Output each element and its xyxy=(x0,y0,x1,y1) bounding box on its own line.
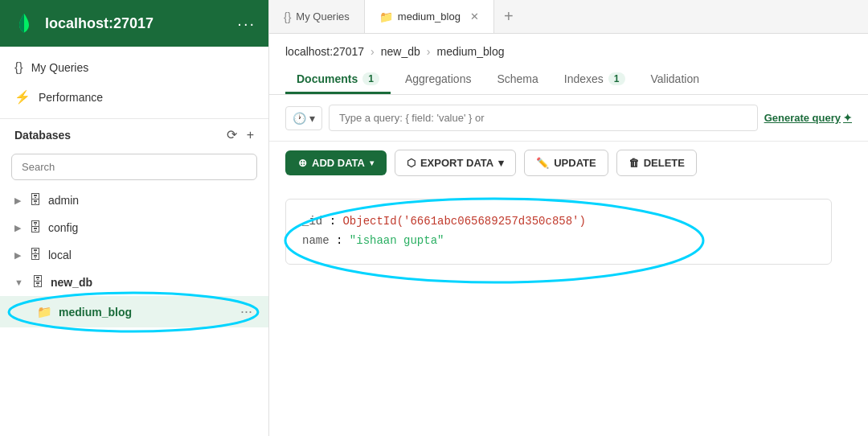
db-name-new-db: new_db xyxy=(51,276,92,289)
databases-label: Databases xyxy=(14,129,227,142)
folder-icon: 📁 xyxy=(37,305,52,319)
export-icon: ⬡ xyxy=(407,157,416,169)
tab-my-queries[interactable]: {} My Queries xyxy=(269,0,365,33)
main-content: {} My Queries 📁 medium_blog ✕ + localhos… xyxy=(269,0,868,436)
content-tab-indexes[interactable]: Indexes 1 xyxy=(553,66,637,94)
content-tab-aggregations[interactable]: Aggregations xyxy=(394,66,483,94)
chevron-down-icon: ▼ xyxy=(14,278,23,287)
db-item-local[interactable]: ▶ 🗄 local xyxy=(0,241,268,269)
collection-wrapper: 📁 medium_blog ··· xyxy=(0,296,268,327)
queries-icon: {} xyxy=(14,60,23,75)
sidebar-item-performance-label: Performance xyxy=(39,91,103,104)
add-database-button[interactable]: + xyxy=(247,128,254,142)
delete-button[interactable]: 🗑 DELETE xyxy=(616,150,697,176)
sidebar: localhost:27017 ··· {} My Queries ⚡ Perf… xyxy=(0,0,269,436)
db-icon: 🗄 xyxy=(31,275,44,290)
action-bar: ⊕ ADD DATA ▾ ⬡ EXPORT DATA ▾ ✏️ UPDATE 🗑… xyxy=(269,142,868,186)
content-tab-schema[interactable]: Schema xyxy=(485,66,549,94)
name-colon: : xyxy=(336,234,350,247)
pencil-icon: ✏️ xyxy=(536,157,549,169)
collection-menu-button[interactable]: ··· xyxy=(239,303,254,320)
breadcrumb-sep-1: › xyxy=(371,45,375,58)
db-item-admin[interactable]: ▶ 🗄 admin xyxy=(0,187,268,214)
tab-medium-blog-label: medium_blog xyxy=(398,10,461,23)
content-tab-documents[interactable]: Documents 1 xyxy=(285,66,391,94)
breadcrumb-collection: medium_blog xyxy=(436,45,504,58)
db-item-new-db[interactable]: ▼ 🗄 new_db xyxy=(0,269,268,296)
db-item-config[interactable]: ▶ 🗄 config xyxy=(0,214,268,241)
document-card: _id : ObjectId('6661abc065689257d350c858… xyxy=(285,199,832,265)
document-name-row: name : "ishaan gupta" xyxy=(302,232,815,251)
breadcrumb-host: localhost:27017 xyxy=(285,45,364,58)
db-name-local: local xyxy=(48,249,72,261)
name-key: name xyxy=(302,234,330,247)
mongo-leaf-icon xyxy=(13,12,35,35)
sidebar-nav: {} My Queries ⚡ Performance xyxy=(0,47,268,119)
collection-name: medium_blog xyxy=(59,306,232,319)
breadcrumb: localhost:27017 › new_db › medium_blog xyxy=(269,34,868,66)
collection-item-medium-blog[interactable]: 📁 medium_blog ··· xyxy=(0,296,268,327)
performance-icon: ⚡ xyxy=(14,89,31,105)
chevron-right-icon: ▶ xyxy=(14,250,21,261)
document-id-row: _id : ObjectId('6661abc065689257d350c858… xyxy=(302,212,815,232)
generate-query-link[interactable]: Generate query ✦ xyxy=(764,112,852,124)
plus-icon: ⊕ xyxy=(298,157,307,169)
section-actions: ⟳ + xyxy=(227,127,254,142)
delete-label: DELETE xyxy=(644,157,685,169)
generate-query-label: Generate query xyxy=(764,112,841,124)
sidebar-item-my-queries[interactable]: {} My Queries xyxy=(0,53,268,82)
add-data-button[interactable]: ⊕ ADD DATA ▾ xyxy=(285,150,387,175)
tab-close-button[interactable]: ✕ xyxy=(470,10,479,23)
content-tab-validation-label: Validation xyxy=(651,72,699,85)
sparkle-icon: ✦ xyxy=(843,112,852,124)
update-button[interactable]: ✏️ UPDATE xyxy=(524,150,608,176)
content-tab-validation[interactable]: Validation xyxy=(640,66,710,94)
id-colon: : xyxy=(330,215,343,228)
db-name-config: config xyxy=(48,221,78,234)
export-data-dropdown-arrow: ▾ xyxy=(498,157,504,169)
add-data-label: ADD DATA xyxy=(312,157,365,169)
content-tab-schema-label: Schema xyxy=(497,72,538,85)
db-list: ▶ 🗄 admin ▶ 🗄 config ▶ 🗄 local ▼ 🗄 new_d… xyxy=(0,187,268,436)
document-area: _id : ObjectId('6661abc065689257d350c858… xyxy=(269,186,868,436)
databases-section-header: Databases ⟳ + xyxy=(0,119,268,150)
sidebar-item-my-queries-label: My Queries xyxy=(31,61,89,74)
indexes-badge: 1 xyxy=(608,72,625,85)
search-box xyxy=(11,154,257,180)
breadcrumb-db: new_db xyxy=(381,45,420,58)
sidebar-item-performance[interactable]: ⚡ Performance xyxy=(0,82,268,112)
breadcrumb-sep-2: › xyxy=(427,45,431,58)
add-data-dropdown-arrow: ▾ xyxy=(370,158,374,167)
sidebar-header: localhost:27017 ··· xyxy=(0,0,268,47)
chevron-right-icon: ▶ xyxy=(14,195,21,206)
clock-icon: 🕐 xyxy=(293,112,306,125)
id-key: _id xyxy=(302,215,322,228)
tabs-bar: {} My Queries 📁 medium_blog ✕ + xyxy=(269,0,868,34)
db-icon: 🗄 xyxy=(29,220,42,235)
db-name-admin: admin xyxy=(48,194,79,207)
tab-add-button[interactable]: + xyxy=(494,0,523,33)
connection-menu-button[interactable]: ··· xyxy=(237,14,256,33)
queries-tab-icon: {} xyxy=(284,10,291,23)
query-input[interactable] xyxy=(329,105,758,131)
content-tab-indexes-label: Indexes xyxy=(564,72,604,85)
content-tab-aggregations-label: Aggregations xyxy=(405,72,472,85)
content-tabs: Documents 1 Aggregations Schema Indexes … xyxy=(269,66,868,95)
trash-icon: 🗑 xyxy=(628,157,639,169)
export-data-label: EXPORT DATA xyxy=(420,157,493,169)
db-icon: 🗄 xyxy=(29,193,42,208)
query-history-dropdown-arrow: ▾ xyxy=(309,112,315,125)
refresh-databases-button[interactable]: ⟳ xyxy=(227,127,237,142)
export-data-button[interactable]: ⬡ EXPORT DATA ▾ xyxy=(395,150,516,176)
name-value: "ishaan gupta" xyxy=(350,234,444,247)
search-input[interactable] xyxy=(11,154,257,180)
query-history-button[interactable]: 🕐 ▾ xyxy=(285,106,322,130)
query-bar: 🕐 ▾ Generate query ✦ xyxy=(269,95,868,142)
connection-title: localhost:27017 xyxy=(45,15,227,32)
content-tab-documents-label: Documents xyxy=(297,72,358,85)
tab-my-queries-label: My Queries xyxy=(296,10,349,23)
tab-medium-blog[interactable]: 📁 medium_blog ✕ xyxy=(365,0,494,33)
documents-badge: 1 xyxy=(362,72,379,85)
chevron-right-icon: ▶ xyxy=(14,223,21,233)
folder-tab-icon: 📁 xyxy=(379,10,393,23)
